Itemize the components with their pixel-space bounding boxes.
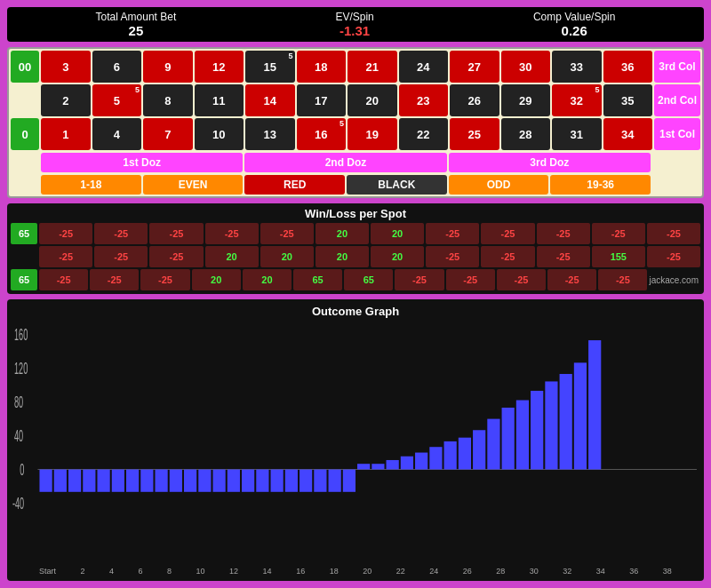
wl-r3-c10: -25 xyxy=(497,269,546,290)
winloss-row-1: 65 -25 -25 -25 -25 -25 20 20 -25 -25 -25… xyxy=(11,223,700,244)
bet-19-36[interactable]: 19-36 xyxy=(550,175,651,195)
bet-15: 5 xyxy=(288,52,292,60)
wl-r1-c9: -25 xyxy=(481,223,534,244)
svg-rect-38 xyxy=(487,419,499,470)
svg-rect-11 xyxy=(97,470,109,492)
total-bet-value: 25 xyxy=(96,23,177,38)
wl-r3-c1: -25 xyxy=(39,269,88,290)
bet-even[interactable]: EVEN xyxy=(143,175,244,195)
wl-r1-c7: 20 xyxy=(371,223,424,244)
graph-title: Outcome Graph xyxy=(12,305,699,318)
svg-rect-16 xyxy=(170,470,182,492)
svg-rect-14 xyxy=(140,470,153,492)
outside-row: 1-18 EVEN RED BLACK ODD 19-36 xyxy=(11,175,700,195)
col-label-1st[interactable]: 1st Col xyxy=(654,118,700,150)
cell-36[interactable]: 36 xyxy=(603,51,653,83)
svg-rect-42 xyxy=(545,381,557,469)
third-dozen[interactable]: 3rd Doz xyxy=(449,153,651,172)
svg-rect-19 xyxy=(213,470,226,492)
bet-red[interactable]: RED xyxy=(244,175,345,195)
bet-odd[interactable]: ODD xyxy=(449,175,549,195)
bet-black[interactable]: BLACK xyxy=(347,175,447,195)
cell-8[interactable]: 8 xyxy=(143,84,193,116)
cell-30[interactable]: 30 xyxy=(501,51,551,83)
cell-14[interactable]: 14 xyxy=(245,84,295,116)
cell-11[interactable]: 11 xyxy=(195,84,244,116)
svg-rect-12 xyxy=(112,470,124,492)
x-label-4: 4 xyxy=(109,567,114,576)
svg-rect-29 xyxy=(357,464,370,469)
wl-r2-c1: -25 xyxy=(39,246,92,267)
cell-26[interactable]: 26 xyxy=(450,84,499,116)
col-label-2nd[interactable]: 2nd Col xyxy=(654,84,700,116)
cell-15[interactable]: 155 xyxy=(245,51,295,83)
cell-1[interactable]: 1 xyxy=(41,118,91,150)
svg-rect-23 xyxy=(271,470,284,492)
wl-r1-c4: -25 xyxy=(205,223,259,244)
cell-24[interactable]: 24 xyxy=(399,51,449,83)
wl-r2-c6: 20 xyxy=(316,246,369,267)
cell-28[interactable]: 28 xyxy=(501,118,551,150)
svg-rect-18 xyxy=(198,470,211,492)
wl-r3-c12: -25 xyxy=(598,269,647,290)
svg-rect-39 xyxy=(502,408,515,470)
cell-5[interactable]: 55 xyxy=(92,84,142,116)
comp-label: Comp Value/Spin xyxy=(533,11,616,23)
x-label-14: 14 xyxy=(263,567,272,576)
cell-12[interactable]: 12 xyxy=(195,51,244,83)
cell-31[interactable]: 31 xyxy=(552,118,602,150)
wl-r3-c4: 20 xyxy=(192,269,241,290)
winloss-row-3: 65 -25 -25 -25 20 20 65 65 -25 -25 -25 -… xyxy=(11,269,700,290)
cell-27[interactable]: 27 xyxy=(450,51,499,83)
cell-23[interactable]: 23 xyxy=(399,84,449,116)
numbers-grid: 3 6 9 12 155 18 21 24 27 30 33 36 2 55 8… xyxy=(41,51,652,150)
cell-16[interactable]: 165 xyxy=(297,118,347,150)
cell-9[interactable]: 9 xyxy=(143,51,193,83)
svg-rect-43 xyxy=(560,374,572,469)
cell-25[interactable]: 25 xyxy=(450,118,499,150)
graph-x-labels: Start 2 4 6 8 10 12 14 16 18 20 22 24 26… xyxy=(12,565,699,576)
wl-r3-c7: 65 xyxy=(344,269,393,290)
cell-32[interactable]: 325 xyxy=(552,84,602,116)
svg-text:40: 40 xyxy=(14,426,23,444)
cell-18[interactable]: 18 xyxy=(297,51,347,83)
cell-17[interactable]: 17 xyxy=(297,84,347,116)
outside-spacer xyxy=(11,175,39,195)
graph-section: Outcome Graph 160 120 80 40 0 -40 xyxy=(7,299,704,581)
dozen-row: 1st Doz 2nd Doz 3rd Doz xyxy=(11,153,700,172)
cell-7[interactable]: 7 xyxy=(143,118,193,150)
first-dozen[interactable]: 1st Doz xyxy=(41,153,243,172)
svg-rect-28 xyxy=(343,470,356,492)
svg-text:-40: -40 xyxy=(12,494,24,512)
cell-22[interactable]: 22 xyxy=(399,118,449,150)
ev-label: EV/Spin xyxy=(335,11,373,23)
cell-33[interactable]: 33 xyxy=(552,51,602,83)
wl-r2-c3: -25 xyxy=(149,246,203,267)
wl-zero-row3: 65 xyxy=(11,269,37,290)
x-label-24: 24 xyxy=(429,567,438,576)
col-label-3rd[interactable]: 3rd Col xyxy=(654,51,700,83)
bet-1-18[interactable]: 1-18 xyxy=(41,175,141,195)
cell-20[interactable]: 20 xyxy=(348,84,397,116)
cell-10[interactable]: 10 xyxy=(195,118,244,150)
x-label-30: 30 xyxy=(530,567,539,576)
single-zero[interactable]: 0 xyxy=(11,118,39,150)
cell-34[interactable]: 34 xyxy=(603,118,653,150)
wl-r3-c8: -25 xyxy=(395,269,443,290)
double-zero[interactable]: 00 xyxy=(11,51,39,83)
cell-2[interactable]: 2 xyxy=(41,84,91,116)
cell-35[interactable]: 35 xyxy=(603,84,653,116)
cell-6[interactable]: 6 xyxy=(92,51,142,83)
cell-3[interactable]: 3 xyxy=(41,51,91,83)
cell-13[interactable]: 13 xyxy=(245,118,295,150)
stats-bar: Total Amount Bet 25 EV/Spin -1.31 Comp V… xyxy=(7,7,704,42)
wl-r2-c7: 20 xyxy=(371,246,424,267)
cell-21[interactable]: 21 xyxy=(348,51,397,83)
wl-r2-c10: -25 xyxy=(537,246,590,267)
cell-4[interactable]: 4 xyxy=(92,118,142,150)
cell-29[interactable]: 29 xyxy=(501,84,551,116)
second-dozen[interactable]: 2nd Doz xyxy=(244,153,446,172)
x-label-10: 10 xyxy=(196,567,205,576)
cell-19[interactable]: 19 xyxy=(348,118,397,150)
wl-r3-c5: 20 xyxy=(243,269,292,290)
